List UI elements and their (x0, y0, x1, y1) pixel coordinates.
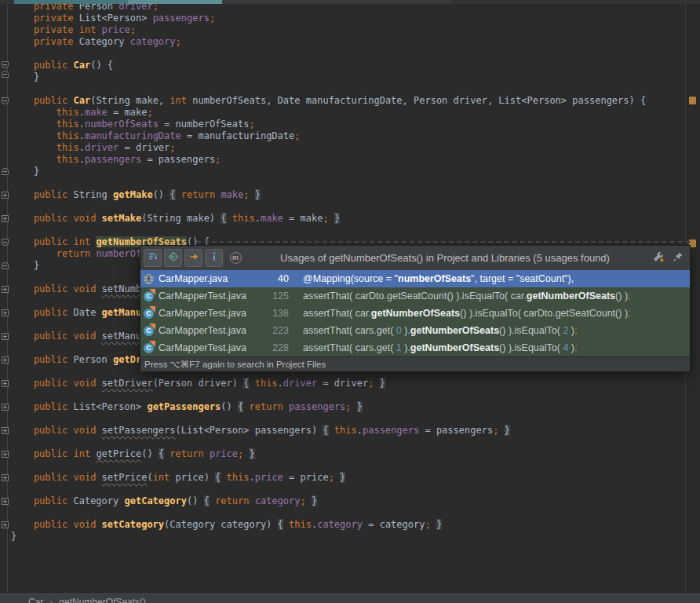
code-line[interactable]: this.passengers = passengers; (11, 154, 646, 166)
fold-plus-icon[interactable]: + (2, 309, 9, 316)
fold-marker-icon[interactable]: – (2, 71, 9, 78)
code-line[interactable] (11, 437, 646, 448)
fold-plus-icon[interactable]: + (2, 451, 9, 458)
code-line[interactable]: public void setPassengers(List<Person> p… (11, 425, 646, 437)
popup-title: Usages of getNumberOfSeats() in Project … (244, 252, 646, 264)
fold-plus-icon[interactable]: + (2, 427, 9, 434)
fold-plus-icon[interactable]: + (2, 474, 9, 481)
editor-gutter[interactable]: ––––++––+++++++++++ (0, 0, 8, 592)
usage-line-number: 40 (254, 273, 289, 284)
test-class-file-icon: C (144, 343, 154, 353)
code-line[interactable]: this.driver = driver; (11, 142, 646, 154)
fold-plus-icon[interactable]: + (2, 356, 9, 364)
usage-code-preview: @Mapping(source = "numberOfSeats", targe… (303, 273, 574, 284)
fold-plus-icon[interactable]: + (2, 286, 9, 293)
code-line[interactable]: public Category getCategory() { return c… (11, 495, 646, 507)
next-occurrence-button[interactable] (184, 249, 202, 267)
code-line[interactable] (11, 83, 646, 95)
code-line[interactable]: public int getPrice() { return price; } (11, 448, 646, 460)
top-strip-gray-segment (222, 0, 451, 4)
usage-line-number: 228 (254, 342, 289, 353)
code-line[interactable] (11, 460, 646, 472)
code-line[interactable]: public String getMake() { return make; } (11, 189, 646, 201)
usage-file-name: CarMapperTest.java (159, 308, 254, 319)
code-line[interactable]: private Category category; (11, 36, 646, 48)
usage-row[interactable]: CCarMapperTest.java138assertThat( car.ge… (140, 305, 690, 322)
code-line[interactable]: public void setDriver(Person driver) { t… (11, 378, 646, 389)
code-line[interactable]: public List<Person> getPassengers() { re… (11, 401, 646, 413)
test-badge-icon (149, 341, 155, 347)
previous-occurrence-button[interactable] (164, 249, 182, 267)
usage-row[interactable]: CCarMapperTest.java223assertThat( cars.g… (140, 322, 690, 339)
breadcrumb-separator-icon: › (49, 597, 53, 603)
usage-row[interactable]: ICarMapper.java40@Mapping(source = "numb… (140, 270, 690, 287)
settings-wrench-icon[interactable] (652, 250, 665, 266)
top-strip-teal-segment (14, 0, 128, 4)
fold-plus-icon[interactable]: + (2, 333, 9, 340)
code-line[interactable]: public void setCategory(Category categor… (11, 519, 646, 531)
fold-plus-icon[interactable]: + (2, 498, 9, 505)
popup-footer-hint: Press ⌥⌘F7 again to search in Project Fi… (140, 356, 690, 371)
test-badge-icon (149, 306, 155, 312)
fold-marker-icon[interactable]: – (2, 61, 9, 68)
code-line[interactable]: } (11, 71, 646, 83)
ide-window: ––––++––+++++++++++ private Person drive… (0, 0, 700, 603)
usage-line-number: 138 (254, 308, 289, 319)
usage-code-preview: assertThat( cars.get( 1 ).getNumberOfSea… (303, 342, 577, 353)
usage-code-preview: assertThat( carDto.getSeatCount() ).isEq… (303, 291, 631, 302)
usage-line-number: 223 (254, 325, 289, 336)
group-by-button[interactable] (144, 249, 162, 267)
code-line[interactable] (11, 225, 646, 236)
code-line[interactable] (11, 177, 646, 189)
code-line[interactable] (11, 413, 646, 425)
usage-code-preview: assertThat( cars.get( 0 ).getNumberOfSea… (303, 325, 577, 336)
fold-plus-icon[interactable]: + (2, 404, 9, 411)
fold-plus-icon[interactable]: + (2, 192, 9, 199)
usage-row[interactable]: CCarMapperTest.java228assertThat( cars.g… (140, 339, 690, 356)
code-line[interactable]: public Car() { (11, 60, 646, 71)
code-line[interactable]: private List<Person> passengers; (11, 13, 646, 24)
breadcrumb-item-class[interactable]: Car (28, 597, 43, 603)
usage-file-name: CarMapper.java (159, 273, 254, 284)
code-line[interactable]: public Car(String make, int numberOfSeat… (11, 95, 646, 107)
fold-plus-icon[interactable]: + (2, 380, 9, 387)
code-line[interactable] (11, 389, 646, 401)
info-icon (209, 251, 220, 265)
code-line[interactable]: this.manufacturingDate = manufacturingDa… (11, 130, 646, 142)
test-badge-icon (149, 323, 155, 330)
code-line[interactable] (11, 507, 646, 519)
popup-header: m Usages of getNumberOfSeats() in Projec… (140, 246, 690, 270)
fold-marker-icon[interactable]: – (2, 168, 9, 175)
next-occurrence-icon (188, 251, 199, 265)
interface-file-icon: I (144, 274, 154, 284)
usage-code-preview: assertThat( car.getNumberOfSeats() ).isE… (303, 308, 631, 319)
code-line[interactable]: } (11, 531, 646, 543)
fold-marker-icon[interactable]: – (2, 239, 9, 246)
code-line[interactable]: } (11, 166, 646, 177)
code-line[interactable]: public void setMake(String make) { this.… (11, 213, 646, 225)
m-circle-icon: m (230, 252, 242, 264)
top-strip-light-teal-segment (128, 0, 222, 4)
code-line[interactable] (11, 48, 646, 60)
code-line[interactable] (11, 484, 646, 495)
show-preview-button[interactable] (205, 249, 223, 267)
usage-file-name: CarMapperTest.java (159, 342, 254, 353)
usages-list: ICarMapper.java40@Mapping(source = "numb… (140, 270, 690, 356)
code-line[interactable]: public void setPrice(int price) { this.p… (11, 472, 646, 484)
error-stripe-mark[interactable] (689, 97, 696, 104)
breadcrumb-item-method[interactable]: getNumberOfSeats() (59, 597, 146, 603)
test-class-file-icon: C (144, 291, 154, 302)
code-line[interactable]: private int price; (11, 24, 646, 36)
fold-marker-icon[interactable]: – (2, 262, 9, 269)
fold-marker-icon[interactable]: – (2, 97, 9, 104)
find-usages-popup: m Usages of getNumberOfSeats() in Projec… (140, 245, 691, 371)
fold-plus-icon[interactable]: + (2, 521, 9, 528)
code-line[interactable]: this.make = make; (11, 107, 646, 119)
pin-icon[interactable] (673, 251, 684, 265)
code-line[interactable] (11, 201, 646, 213)
test-badge-icon (149, 289, 155, 295)
fold-plus-icon[interactable]: + (2, 215, 9, 222)
code-line[interactable]: this.numberOfSeats = numberOfSeats; (11, 119, 646, 130)
usage-row[interactable]: CCarMapperTest.java125assertThat( carDto… (140, 287, 690, 305)
merge-usages-button[interactable]: m (227, 250, 244, 267)
